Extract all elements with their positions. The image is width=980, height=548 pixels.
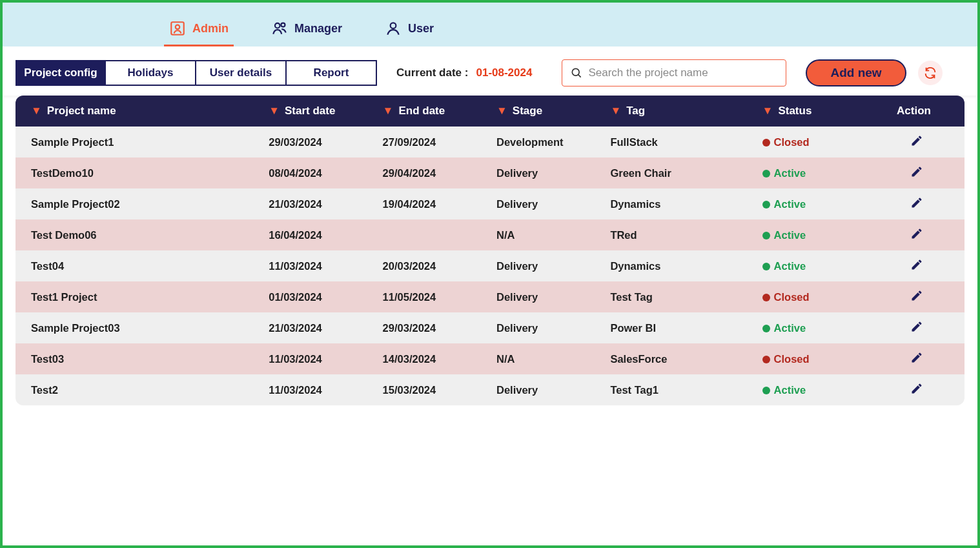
role-label: User (408, 22, 434, 36)
cell-start-date: 11/03/2024 (262, 250, 376, 281)
tab-label: Project config (24, 66, 97, 79)
cell-action (870, 219, 965, 250)
role-label: Admin (192, 22, 229, 36)
status-dot-icon (762, 170, 770, 178)
tab-label: User details (210, 66, 272, 79)
tab-report[interactable]: Report (287, 60, 377, 86)
cell-project-name: Sample Project1 (15, 127, 262, 157)
edit-icon[interactable] (910, 320, 923, 333)
project-table: ▼Project name ▼Start date ▼End date ▼Sta… (15, 96, 965, 405)
subtabs: Project config Holidays User details Rep… (15, 60, 377, 86)
search-input[interactable] (588, 66, 778, 79)
cell-tag: Test Tag (604, 281, 755, 312)
role-tab-manager[interactable]: Manager (266, 12, 347, 46)
edit-icon[interactable] (910, 351, 923, 364)
tab-label: Holidays (128, 66, 174, 79)
cell-end-date: 19/04/2024 (376, 188, 490, 219)
col-action: Action (870, 96, 965, 127)
edit-icon[interactable] (910, 196, 923, 209)
search-box[interactable] (562, 59, 786, 86)
cell-action (870, 188, 965, 219)
tab-holidays[interactable]: Holidays (106, 60, 196, 86)
cell-tag: TRed (604, 219, 755, 250)
cell-status: Active (756, 250, 870, 281)
edit-icon[interactable] (910, 382, 923, 395)
add-new-label: Add new (830, 66, 881, 80)
cell-action (870, 250, 965, 281)
cell-project-name: Sample Project03 (15, 312, 262, 343)
edit-icon[interactable] (910, 165, 923, 178)
edit-icon[interactable] (910, 227, 923, 240)
cell-end-date: 11/05/2024 (376, 281, 490, 312)
col-tag[interactable]: ▼Tag (604, 96, 755, 127)
status-dot-icon (762, 325, 770, 332)
svg-point-2 (275, 23, 280, 28)
col-end-date[interactable]: ▼End date (376, 96, 490, 127)
cell-end-date: 15/03/2024 (376, 374, 490, 405)
current-date: Current date : 01-08-2024 (396, 66, 532, 79)
cell-tag: Test Tag1 (604, 374, 755, 405)
status-dot-icon (762, 294, 770, 301)
users-group-icon (271, 20, 288, 37)
edit-icon[interactable] (910, 289, 923, 302)
admin-badge-icon (169, 20, 186, 37)
cell-stage: Development (490, 127, 604, 157)
cell-action (870, 281, 965, 312)
cell-tag: Power BI (604, 312, 755, 343)
edit-icon[interactable] (910, 134, 923, 147)
cell-stage: Delivery (490, 157, 604, 188)
cell-stage: Delivery (490, 250, 604, 281)
cell-status: Closed (756, 343, 870, 374)
cell-action (870, 127, 965, 157)
cell-start-date: 16/04/2024 (262, 219, 376, 250)
col-stage[interactable]: ▼Stage (490, 96, 604, 127)
cell-end-date: 29/04/2024 (376, 157, 490, 188)
cell-stage: Delivery (490, 374, 604, 405)
col-status[interactable]: ▼Status (756, 96, 870, 127)
user-icon (385, 20, 402, 37)
add-new-button[interactable]: Add new (806, 59, 906, 86)
cell-status: Closed (756, 127, 870, 157)
status-dot-icon (762, 387, 770, 394)
status-dot-icon (762, 232, 770, 239)
tab-user-details[interactable]: User details (196, 60, 287, 86)
cell-status: Active (756, 157, 870, 188)
svg-line-6 (578, 75, 581, 77)
table-row: Test0411/03/202420/03/2024DeliveryDynami… (15, 250, 965, 281)
cell-end-date (376, 219, 490, 250)
svg-point-3 (281, 23, 285, 27)
role-label: Manager (294, 22, 342, 36)
cell-start-date: 11/03/2024 (262, 374, 376, 405)
cell-status: Active (756, 219, 870, 250)
status-dot-icon (762, 356, 770, 363)
col-project-name[interactable]: ▼Project name (15, 96, 262, 127)
table-row: Test Demo0616/04/2024N/ATRedActive (15, 219, 965, 250)
table-row: Test0311/03/202414/03/2024N/ASalesForceC… (15, 343, 965, 374)
cell-start-date: 08/04/2024 (262, 157, 376, 188)
role-tab-admin[interactable]: Admin (164, 12, 234, 46)
role-tabs: Admin Manager User (3, 3, 977, 46)
cell-status: Closed (756, 281, 870, 312)
cell-start-date: 01/03/2024 (262, 281, 376, 312)
col-start-date[interactable]: ▼Start date (262, 96, 376, 127)
cell-project-name: Test03 (15, 343, 262, 374)
status-dot-icon (762, 201, 770, 208)
cell-stage: Delivery (490, 312, 604, 343)
cell-stage: N/A (490, 219, 604, 250)
cell-tag: Green Chair (604, 157, 755, 188)
cell-end-date: 29/03/2024 (376, 312, 490, 343)
refresh-icon (923, 66, 937, 80)
tab-project-config[interactable]: Project config (15, 60, 106, 86)
sort-desc-icon: ▼ (383, 105, 394, 117)
sort-desc-icon: ▼ (610, 105, 621, 117)
cell-stage: Delivery (490, 188, 604, 219)
table-row: Test211/03/202415/03/2024DeliveryTest Ta… (15, 374, 965, 405)
edit-icon[interactable] (910, 258, 923, 271)
cell-start-date: 29/03/2024 (262, 127, 376, 157)
cell-project-name: Test1 Project (15, 281, 262, 312)
cell-tag: Dynamics (604, 250, 755, 281)
refresh-button[interactable] (918, 61, 943, 85)
cell-status: Active (756, 374, 870, 405)
cell-stage: N/A (490, 343, 604, 374)
role-tab-user[interactable]: User (380, 12, 439, 46)
